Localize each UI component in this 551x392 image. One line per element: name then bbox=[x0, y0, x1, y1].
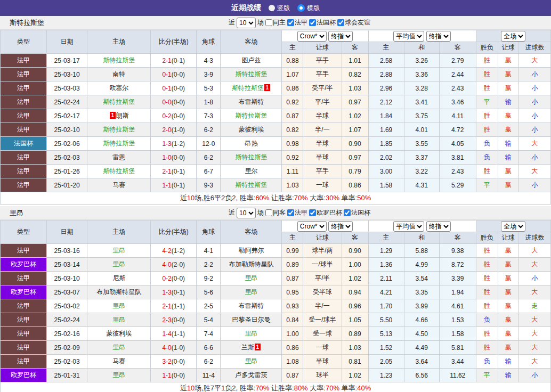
europe-odds-cell: 2.43 bbox=[439, 165, 476, 178]
handicap-odds-cell: 1.01 bbox=[342, 54, 368, 68]
match-row: 法甲25-02-24里昂2-3(0-0)5-4巴黎圣日尔曼0.84受一/球半1.… bbox=[1, 313, 551, 327]
europe-odds-cell: 1.36 bbox=[368, 258, 404, 272]
team-label: 勒阿弗尔 bbox=[238, 247, 264, 254]
match-row: 法甲25-02-171朗斯0-2(0-0)7-3斯特拉斯堡0.87半球1.021… bbox=[1, 109, 551, 123]
europe-odds-cell: 1.84 bbox=[368, 109, 404, 123]
filter-row: 斯特拉斯堡 近 10 场 同主 法甲 法国杯 球会友谊 bbox=[0, 16, 551, 30]
scope-select[interactable]: 全场 bbox=[501, 31, 525, 42]
result-cell: 赢 bbox=[498, 258, 518, 272]
result-cell: 大 bbox=[518, 327, 550, 341]
same-venue-checkbox[interactable]: 同主 bbox=[265, 18, 286, 27]
summary-text: 30% bbox=[326, 194, 339, 202]
result-cell: 平 bbox=[476, 178, 498, 192]
col-score: 比分(半场) bbox=[151, 30, 197, 54]
match-row: 法甲25-01-20马赛1-1(0-1)9-3斯特拉斯堡1.03一球0.861.… bbox=[1, 178, 551, 192]
match-row: 法国杯25-02-06斯特拉斯堡1-3(1-2)12-0昂热0.98半球0.90… bbox=[1, 137, 551, 151]
league-checkbox[interactable]: 球会友谊 bbox=[337, 18, 370, 27]
europe-odds-cell: 2.05 bbox=[368, 355, 404, 369]
average-stage-select[interactable]: 终指 bbox=[426, 221, 451, 232]
europe-odds-cell: 4.49 bbox=[404, 341, 439, 355]
average-stage-select[interactable]: 终指 bbox=[426, 31, 451, 42]
league-checkbox[interactable]: 欧罗巴杯 bbox=[309, 208, 342, 217]
team-label: 斯特拉斯堡 bbox=[103, 167, 135, 175]
team-label: 昂热 bbox=[245, 140, 257, 147]
team-label: 斯特拉斯堡 bbox=[103, 126, 135, 133]
handicap-odds-cell: 1.02 bbox=[342, 369, 368, 382]
result-group: 全场 bbox=[476, 220, 550, 232]
corner-cell: 6-7 bbox=[197, 165, 221, 178]
league-checkbox[interactable]: 法甲 bbox=[287, 18, 307, 27]
average-select[interactable]: 平均值 bbox=[393, 31, 424, 42]
home-team-cell: 里昂 bbox=[87, 299, 151, 313]
league-checkbox[interactable]: 法甲 bbox=[287, 208, 307, 217]
europe-odds-cell: 1.58 bbox=[368, 178, 404, 192]
team-label: 布加勒斯特星队 bbox=[229, 260, 273, 268]
filter-controls: 近 10 场 同主 法甲 法国杯 球会友谊 bbox=[229, 18, 370, 28]
result-cell: 小 bbox=[518, 123, 550, 137]
home-team-cell: 斯特拉斯堡 bbox=[87, 165, 151, 178]
europe-odds-cell: 3.36 bbox=[404, 68, 439, 81]
summary-text: 70% bbox=[255, 384, 269, 392]
handicap-odds-cell: 0.97 bbox=[342, 95, 368, 109]
europe-odds-cell: 4.21 bbox=[368, 285, 404, 299]
match-type-cell: 法甲 bbox=[1, 244, 47, 258]
score-cell: 2-1(0-1) bbox=[151, 54, 197, 68]
europe-odds-cell: 3.44 bbox=[439, 355, 476, 369]
europe-odds-cell: 5.13 bbox=[368, 327, 404, 341]
home-team-cell: 蒙彼利埃 bbox=[87, 327, 151, 341]
horizontal-layout-radio[interactable]: 横版 bbox=[297, 4, 320, 13]
odds-company-select[interactable]: Crow* bbox=[297, 31, 327, 42]
handicap-odds-group: Crow* 终指 bbox=[282, 220, 368, 232]
europe-odds-cell: 2.12 bbox=[368, 95, 404, 109]
odds-stage-select[interactable]: 终指 bbox=[328, 221, 353, 232]
home-team-cell: 斯特拉斯堡 bbox=[87, 95, 151, 109]
europe-odds-cell: 4.31 bbox=[404, 178, 439, 192]
corner-cell: 2-5 bbox=[197, 299, 221, 313]
odds-company-select[interactable]: Crow* bbox=[297, 221, 327, 232]
league-checkbox[interactable]: 法国杯 bbox=[344, 208, 370, 217]
average-select[interactable]: 平均值 bbox=[393, 221, 424, 232]
match-date-cell: 25-03-03 bbox=[47, 81, 87, 95]
full-time-score: 3-2 bbox=[162, 358, 171, 365]
handicap-odds-cell: 0.97 bbox=[342, 151, 368, 165]
full-time-score: 2-3 bbox=[162, 316, 171, 324]
team-label: 斯特拉斯堡 bbox=[103, 140, 135, 147]
corner-cell: 7-3 bbox=[197, 109, 221, 123]
match-row: 法甲25-02-03马赛3-2(0-0)6-2里昂1.08半球0.812.053… bbox=[1, 355, 551, 369]
half-time-score: (0-0) bbox=[172, 275, 185, 282]
team-label: 兰斯 bbox=[241, 344, 254, 351]
scope-select[interactable]: 全场 bbox=[501, 221, 525, 232]
away-team-cell: 斯特拉斯堡1 bbox=[221, 81, 282, 95]
league-checkbox[interactable]: 法国杯 bbox=[309, 18, 336, 27]
handicap-odds-cell: 受平/半 bbox=[303, 81, 342, 95]
vertical-layout-radio[interactable]: 竖版 bbox=[269, 4, 290, 13]
full-time-score: 0-1 bbox=[162, 85, 171, 92]
team-label: 蒙彼利埃 bbox=[106, 330, 132, 337]
europe-odds-cell: 3.54 bbox=[404, 272, 439, 285]
filter-controls: 近 10 场 同客 法甲 欧罗巴杯 法国杯 bbox=[229, 208, 370, 218]
handicap-odds-cell: 1.07 bbox=[342, 123, 368, 137]
europe-odds-cell: 2.88 bbox=[368, 68, 404, 81]
team-label: 里昂 bbox=[245, 274, 257, 282]
half-time-score: (0-0) bbox=[172, 154, 185, 161]
handicap-odds-cell: 0.87 bbox=[282, 109, 303, 123]
home-team-cell: 斯特拉斯堡 bbox=[87, 54, 151, 68]
handicap-odds-cell: 0.89 bbox=[282, 258, 303, 272]
same-venue-checkbox[interactable]: 同客 bbox=[265, 208, 286, 217]
summary-text: 大率: bbox=[308, 384, 326, 392]
team-label: 蒙彼利埃 bbox=[238, 126, 264, 133]
odds-stage-select[interactable]: 终指 bbox=[328, 31, 353, 42]
match-type-cell: 欧罗巴杯 bbox=[1, 258, 47, 272]
handicap-odds-cell: 1.02 bbox=[342, 109, 368, 123]
match-date-cell: 25-03-17 bbox=[47, 54, 87, 68]
match-count-select[interactable]: 10 bbox=[237, 208, 256, 218]
result-cell: 大 bbox=[518, 54, 550, 68]
handicap-odds-cell: 半球 bbox=[303, 109, 342, 123]
europe-odds-cell: 4.11 bbox=[439, 109, 476, 123]
team-label: 朗斯 bbox=[116, 112, 129, 119]
result-cell: 大 bbox=[518, 244, 550, 258]
col-corner: 角球 bbox=[197, 30, 221, 54]
team-label: 斯特拉斯堡 bbox=[235, 153, 267, 161]
match-count-select[interactable]: 10 bbox=[237, 18, 256, 28]
europe-odds-cell: 1.58 bbox=[439, 327, 476, 341]
